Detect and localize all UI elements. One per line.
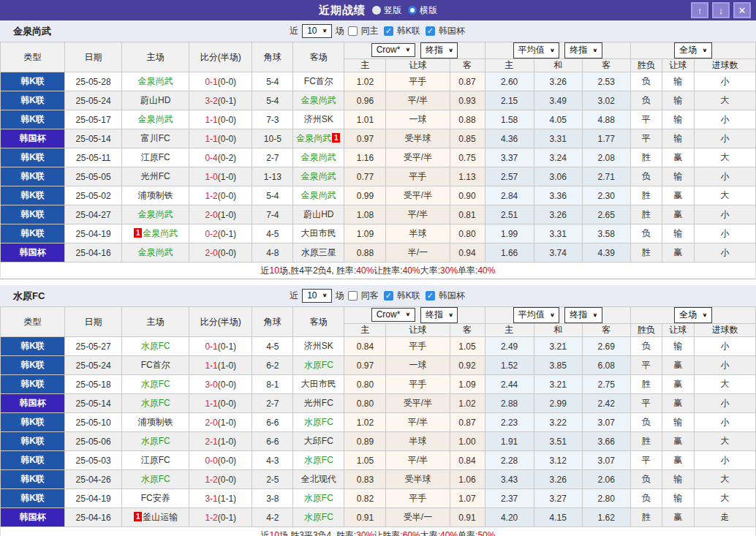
radio-vertical-label: 竖版 (384, 4, 401, 17)
cup-filter-checkbox[interactable]: ✓ (426, 291, 435, 301)
vertical-layout-radio[interactable]: 竖版 (372, 4, 401, 17)
away-team-cell: 水原FC (293, 489, 344, 508)
full-time-score: 2-0 (205, 418, 217, 428)
handicap-cell: 受平/半 (386, 186, 450, 205)
competition-type-cell: 韩K联 (1, 432, 65, 451)
winlose-result-cell: 胜 (630, 508, 662, 527)
away-odds-cell: 0.92 (450, 356, 485, 375)
avg-draw-cell: 4.05 (534, 110, 582, 129)
summary-segment: 40% (477, 265, 495, 276)
handicap-result-cell: 输 (662, 72, 694, 91)
odds-stage-select-1[interactable]: 终指∨ (420, 42, 458, 58)
subcol-away-odds: 客 (450, 59, 485, 72)
winlose-result-cell: 胜 (630, 432, 662, 451)
full-match-select-value: 全场 (679, 309, 697, 321)
date-cell: 25-04-26 (65, 470, 122, 489)
cup-filter-checkbox[interactable]: ✓ (426, 26, 435, 36)
check-icon: ✓ (385, 291, 392, 300)
home-team-cell: 1釜山运输 (122, 508, 189, 527)
down-arrow-icon: ↓ (719, 5, 724, 16)
col-header-type: 类型 (1, 42, 65, 72)
bookmaker-select[interactable]: Crow*∨ (371, 43, 415, 57)
avg-away-cell: 1.62 (582, 508, 630, 527)
corner-cell: 10-5 (252, 129, 293, 148)
competition-type-cell: 韩K联 (1, 205, 65, 224)
same-venue-checkbox[interactable] (348, 26, 358, 36)
away-odds-cell: 1.00 (450, 432, 485, 451)
bookmaker-select[interactable]: Crow*∨ (371, 308, 415, 322)
corner-cell: 7-4 (252, 205, 293, 224)
half-time-score: (0-1) (218, 229, 236, 239)
odds-stage-select-2[interactable]: 终指∨ (564, 42, 602, 58)
team-label: 金泉尚武 (138, 209, 173, 219)
handicap-cell: 平手 (386, 375, 450, 394)
score-cell: 0-1(0-0) (189, 72, 252, 91)
full-time-score: 1-1 (205, 134, 217, 144)
radio-horizontal-icon[interactable] (408, 6, 417, 15)
team-label: FC首尔 (141, 360, 170, 370)
full-match-select[interactable]: 全场∨ (674, 307, 711, 323)
same-venue-checkbox[interactable] (348, 291, 358, 301)
home-team-cell: 金泉尚武 (122, 72, 189, 91)
score-cell: 1-1(0-0) (189, 110, 252, 129)
corner-cell: 2-7 (252, 148, 293, 167)
close-button[interactable]: ✕ (733, 2, 751, 18)
match-row: 韩国杯25-04-161釜山运输1-2(0-1)4-2水原FC0.91受半/一0… (1, 508, 756, 527)
match-count-select[interactable]: 10 ∨ (302, 289, 332, 303)
league-filter-checkbox[interactable]: ✓ (384, 26, 393, 36)
avg-home-cell: 4.20 (485, 508, 534, 527)
avg-away-cell: 2.71 (582, 167, 630, 186)
match-count-select[interactable]: 10 ∨ (302, 24, 332, 38)
avg-away-cell: 2.75 (582, 375, 630, 394)
league-filter-checkbox[interactable]: ✓ (384, 291, 393, 301)
avg-away-cell: 3.02 (582, 91, 630, 110)
away-team-cell: 水原FC (293, 451, 344, 470)
full-time-score: 3-0 (205, 380, 217, 390)
half-time-score: (1-0) (218, 418, 236, 428)
radio-vertical-icon[interactable] (372, 6, 381, 15)
summary-segment: 10 (270, 530, 279, 536)
home-odds-cell: 1.01 (344, 110, 386, 129)
full-match-select[interactable]: 全场∨ (674, 42, 711, 58)
team-label: 蔚山HD (140, 95, 170, 105)
home-team-cell: 金泉尚武 (122, 244, 189, 263)
handicap-cell: 平/半 (386, 451, 450, 470)
winlose-result-cell: 负 (630, 489, 662, 508)
average-select[interactable]: 平均值∨ (513, 307, 559, 323)
date-cell: 25-05-14 (65, 394, 122, 413)
avg-away-cell: 2.06 (582, 470, 630, 489)
odds-stage-select-1[interactable]: 终指∨ (420, 307, 458, 323)
away-team-cell: 大田市民 (293, 224, 344, 244)
odds-stage-select-2[interactable]: 终指∨ (564, 307, 602, 323)
home-team-cell: 水原FC (122, 394, 189, 413)
average-select[interactable]: 平均值∨ (513, 42, 559, 58)
home-team-cell: 江原FC (122, 148, 189, 167)
corner-cell: 2-5 (252, 470, 293, 489)
subcol-goals: 进球数 (694, 324, 755, 337)
handicap-result-cell: 赢 (662, 451, 694, 470)
match-row: 韩K联25-04-26水原FC1-2(0-0)2-5全北现代0.83受半球1.0… (1, 470, 756, 489)
away-team-cell: 水原FC (293, 508, 344, 527)
dropdown-arrow-icon: ∨ (702, 48, 707, 53)
move-down-button[interactable]: ↓ (712, 2, 730, 18)
competition-type-cell: 韩K联 (1, 413, 65, 432)
summary-segment: 60% (403, 530, 420, 536)
same-venue-label: 同客 (361, 290, 379, 302)
avg-home-cell: 4.36 (485, 129, 534, 148)
team-label: 蔚山HD (303, 209, 333, 219)
away-odds-cell: 0.93 (450, 91, 485, 110)
horizontal-layout-radio[interactable]: 横版 (408, 4, 437, 17)
avg-home-cell: 1.66 (485, 244, 534, 263)
radio-horizontal-label: 横版 (420, 4, 437, 17)
bookmaker-group-header: Crow*∨ 终指∨ (344, 307, 485, 324)
avg-home-cell: 3.37 (485, 148, 534, 167)
avg-home-cell: 2.15 (485, 91, 534, 110)
goals-result-cell: 小 (694, 224, 755, 244)
avg-draw-cell: 3.31 (534, 224, 582, 244)
handicap-cell: 受半球 (386, 470, 450, 489)
goals-result-cell: 小 (694, 394, 755, 413)
move-up-button[interactable]: ↑ (691, 2, 708, 18)
bookmaker-select-value: Crow* (377, 45, 401, 55)
team-label: 水原FC (304, 493, 333, 503)
summary-segment: 50% (477, 530, 495, 536)
